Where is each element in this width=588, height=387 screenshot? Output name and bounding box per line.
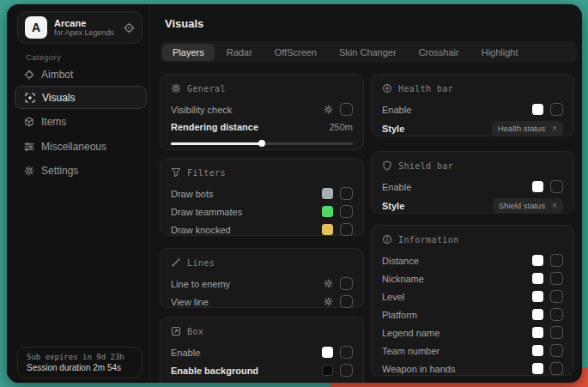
info-level-row: Level	[382, 287, 563, 305]
sidebar-item-visuals[interactable]: Visuals	[15, 86, 147, 109]
shield-enable-checkbox[interactable]	[550, 180, 563, 193]
section-health-bar: Health bar Enable Style Health status ×	[371, 74, 574, 136]
line-to-enemy-checkbox[interactable]	[340, 277, 353, 290]
session-duration-text: Session duration 2m 54s	[27, 363, 133, 372]
section-title: Lines	[187, 258, 215, 268]
section-title: General	[187, 84, 226, 94]
row-label: Enable background	[171, 366, 258, 376]
clear-icon[interactable]: ×	[552, 124, 557, 133]
slider-fill	[171, 142, 262, 145]
section-title: Information	[398, 235, 459, 245]
tab-players[interactable]: Players	[162, 44, 215, 61]
draw-knocked-checkbox[interactable]	[340, 223, 353, 236]
gear-icon	[24, 166, 34, 176]
draw-bots-checkbox[interactable]	[340, 187, 353, 200]
health-style-dropdown[interactable]: Health status ×	[492, 121, 563, 136]
sidebar: A Arcane for Apex Legends Category Aimbo…	[7, 4, 150, 383]
shield-style-dropdown[interactable]: Shield status ×	[493, 198, 563, 214]
sidebar-item-miscellaneous[interactable]: Miscellaneous	[15, 135, 147, 158]
info-team-number-checkbox[interactable]	[550, 344, 563, 357]
row-label: Legend name	[382, 328, 439, 338]
gear-icon[interactable]	[324, 297, 333, 306]
funnel-icon	[171, 167, 181, 178]
info-circle-icon	[382, 234, 392, 245]
sidebar-item-label: Settings	[41, 165, 78, 177]
color-swatch[interactable]	[532, 363, 543, 374]
info-weapon-in-hands-checkbox[interactable]	[550, 362, 563, 375]
section-box-header: Box	[171, 324, 353, 338]
sub-expiry-text: Sub expires in 9d 23h	[27, 353, 133, 361]
sidebar-item-label: Visuals	[42, 92, 75, 104]
app-window: A Arcane for Apex Legends Category Aimbo…	[7, 4, 582, 383]
section-shield-bar-header: Shield bar	[382, 159, 563, 172]
clear-icon[interactable]: ×	[552, 202, 557, 210]
app-logo: A	[25, 16, 47, 39]
color-swatch[interactable]	[532, 291, 543, 302]
box-enable-checkbox[interactable]	[340, 346, 353, 359]
row-label: Rendering distance	[171, 122, 258, 132]
gear-icon[interactable]	[324, 279, 333, 288]
info-platform-row: Platform	[382, 305, 563, 324]
tab-skin-changer[interactable]: Skin Changer	[329, 44, 407, 61]
color-swatch[interactable]	[322, 206, 333, 217]
gear-icon[interactable]	[324, 105, 333, 114]
shield-icon	[382, 160, 392, 171]
color-swatch[interactable]	[532, 345, 543, 356]
box-enable-background-checkbox[interactable]	[340, 364, 353, 377]
info-nickname-checkbox[interactable]	[550, 272, 563, 285]
section-title: Box	[187, 327, 203, 336]
sun-gear-icon	[171, 83, 181, 94]
tab-radar[interactable]: Radar	[216, 44, 263, 61]
sidebar-item-aimbot[interactable]: Aimbot	[15, 63, 147, 86]
dropdown-value: Shield status	[499, 201, 545, 210]
view-line-checkbox[interactable]	[340, 295, 353, 308]
sidebar-item-label: Miscellaneous	[41, 141, 106, 153]
visibility-check-checkbox[interactable]	[340, 103, 353, 116]
draw-teammates-checkbox[interactable]	[340, 205, 353, 218]
tab-highlight[interactable]: Highlight	[471, 44, 529, 61]
info-distance-checkbox[interactable]	[550, 254, 563, 267]
color-swatch[interactable]	[322, 188, 333, 199]
tab-crosshair[interactable]: Crosshair	[409, 44, 470, 61]
row-label: Draw bots	[171, 189, 214, 199]
color-swatch[interactable]	[532, 327, 543, 338]
row-label: Draw teammates	[171, 207, 242, 217]
info-nickname-row: Nickname	[382, 269, 563, 287]
sidebar-item-items[interactable]: Items	[15, 110, 147, 133]
section-title: Filters	[187, 168, 226, 178]
row-label: Weapon in hands	[382, 364, 455, 374]
color-swatch[interactable]	[532, 255, 543, 266]
app-name: Arcane	[54, 18, 117, 29]
tab-offscreen[interactable]: OffScreen	[264, 44, 327, 61]
color-swatch[interactable]	[532, 181, 543, 192]
info-platform-checkbox[interactable]	[550, 308, 563, 321]
draw-teammates-row: Draw teammates	[171, 203, 353, 221]
health-enable-checkbox[interactable]	[550, 103, 563, 116]
info-legend-name-checkbox[interactable]	[550, 326, 563, 339]
view-line-row: View line	[171, 293, 353, 311]
info-level-checkbox[interactable]	[550, 290, 563, 303]
scan-icon	[25, 93, 35, 103]
section-lines-header: Lines	[171, 256, 353, 269]
box-enable-row: Enable	[171, 343, 353, 361]
color-swatch[interactable]	[532, 273, 543, 284]
color-swatch[interactable]	[322, 347, 333, 358]
section-title: Shield bar	[398, 161, 453, 171]
section-general: General Visibility check Rendering dista…	[160, 74, 364, 150]
section-information: Information Distance Nickname Level Plat	[371, 225, 574, 376]
slider-handle[interactable]	[258, 140, 265, 147]
color-swatch[interactable]	[322, 365, 333, 376]
target-icon[interactable]	[124, 22, 135, 33]
sidebar-item-label: Items	[41, 116, 66, 128]
draw-knocked-row: Draw knocked	[171, 221, 353, 239]
info-distance-row: Distance	[382, 251, 563, 269]
cube-icon	[24, 117, 34, 127]
section-lines: Lines Line to enemy View line	[160, 248, 364, 308]
sidebar-item-settings[interactable]: Settings	[15, 159, 147, 182]
shield-style-row: Style Shield status ×	[382, 196, 563, 215]
color-swatch[interactable]	[322, 224, 333, 235]
color-swatch[interactable]	[532, 309, 543, 320]
color-swatch[interactable]	[532, 104, 543, 115]
brand-card: A Arcane for Apex Legends	[17, 11, 142, 44]
rendering-distance-slider[interactable]	[171, 138, 353, 148]
